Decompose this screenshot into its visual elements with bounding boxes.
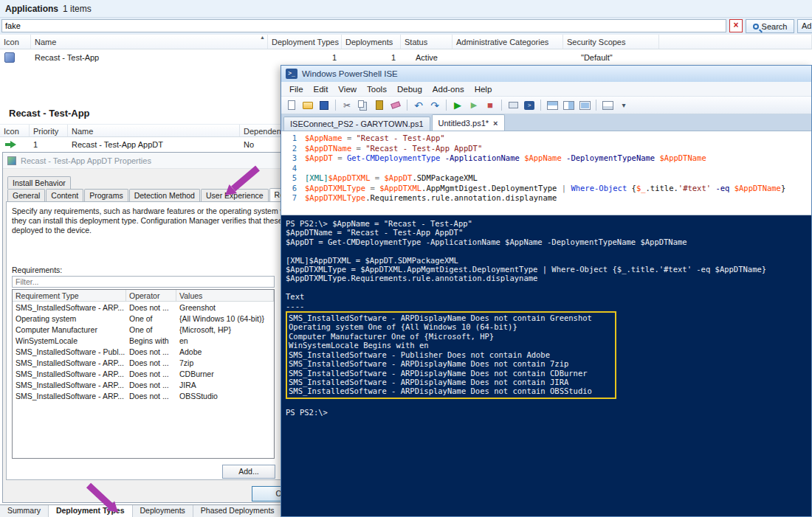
add-criteria-button[interactable]: Ad — [797, 19, 812, 33]
cut-icon[interactable] — [340, 98, 354, 113]
tab-content[interactable]: Content — [46, 189, 83, 201]
column-header-administrative-categories[interactable]: Administrative Categories — [453, 35, 563, 49]
code-line — [305, 164, 785, 174]
console-blank-line — [286, 399, 811, 408]
bottom-tab-phased-deployments[interactable]: Phased Deployments — [193, 505, 283, 517]
menu-edit[interactable]: Edit — [309, 83, 334, 95]
add-requirement-button[interactable]: Add... — [222, 465, 275, 479]
application-row[interactable]: Recast - Test-App11Active"Default" — [0, 50, 812, 65]
menu-view[interactable]: View — [333, 83, 362, 95]
menu-add-ons[interactable]: Add-ons — [427, 83, 469, 95]
tab-install-behavior[interactable]: Install Behavior — [7, 176, 71, 189]
console-output-line: SMS_InstalledSoftware - ARPDisplayName D… — [289, 359, 615, 368]
detail-column-header-name[interactable]: Name — [68, 125, 240, 136]
search-icon — [753, 24, 759, 30]
line-numbers: 1234567 — [281, 131, 300, 215]
powershell-console-pane[interactable]: PS PS2:\> $AppName = "Recast - Test-App"… — [281, 215, 811, 516]
new-remote-tab-icon[interactable] — [506, 98, 520, 113]
save-icon[interactable] — [317, 98, 331, 113]
show-script-pane-icon[interactable] — [600, 98, 615, 113]
requirement-values: Adobe — [176, 347, 274, 356]
tab-general[interactable]: General — [7, 189, 45, 201]
requirement-row[interactable]: Operating systemOne of{All Windows 10 (6… — [13, 313, 274, 324]
bottom-tab-deployments[interactable]: Deployments — [133, 505, 193, 517]
requirement-row[interactable]: SMS_InstalledSoftware - ARP...Does not .… — [13, 368, 274, 379]
requirement-row[interactable]: SMS_InstalledSoftware - ARP...Does not .… — [13, 357, 274, 368]
column-header-icon[interactable]: Icon — [0, 35, 31, 49]
clear-search-icon[interactable]: × — [729, 19, 743, 32]
start-powershell-icon[interactable]: > — [522, 98, 537, 113]
redo-icon[interactable] — [427, 98, 442, 113]
requirement-operator: Does not ... — [126, 303, 176, 312]
requirement-row[interactable]: SMS_InstalledSoftware - ARP...Does not .… — [13, 379, 274, 390]
copy-icon[interactable] — [356, 98, 371, 113]
close-tab-icon[interactable]: × — [493, 117, 498, 130]
console-output-line: SMS_InstalledSoftware - ARPDisplayName D… — [289, 378, 615, 386]
menu-file[interactable]: File — [284, 83, 309, 95]
tab-programs[interactable]: Programs — [84, 189, 128, 201]
column-header-deployment-types[interactable]: Deployment Types — [268, 35, 342, 49]
line-number: 5 — [281, 173, 297, 184]
code-line: $AppDT = Get-CMDeploymentType -Applicati… — [305, 153, 785, 164]
line-number: 1 — [281, 133, 297, 144]
detail-pane-title: Recast - Test-App — [9, 108, 90, 119]
layout-top-icon[interactable] — [545, 98, 560, 113]
script-tab-iseconnect-ps2-garytown-ps1[interactable]: ISEConnect_PS2 - GARYTOWN.ps1 — [283, 117, 430, 131]
column-header-deployments[interactable]: Deployments — [342, 35, 401, 49]
req-column-header-operator[interactable]: Operator — [126, 290, 176, 301]
requirement-row[interactable]: SMS_InstalledSoftware - ARP...Does not .… — [13, 302, 274, 313]
script-editor-pane[interactable]: 1234567 $AppName = "Recast - Test-App"$A… — [281, 131, 811, 215]
clear-console-icon[interactable] — [388, 98, 403, 113]
applications-list-header: Applications1 items — [0, 0, 812, 18]
stop-icon[interactable] — [483, 98, 498, 113]
layout-right-icon[interactable] — [561, 98, 576, 113]
requirement-row[interactable]: SMS_InstalledSoftware - ARP...Does not .… — [13, 390, 274, 401]
search-bar: × Search Ad — [0, 18, 812, 34]
requirements-tab-page: Specify any requirements, such as hardwa… — [6, 201, 316, 480]
detail-column-header-icon[interactable]: Icon — [0, 125, 30, 136]
console-line: [XML]$AppDTXML = $AppDT.SDMPackageXML — [286, 256, 811, 265]
requirement-row[interactable]: WinSystemLocaleBegins withen — [13, 335, 274, 346]
search-button[interactable]: Search — [746, 19, 794, 33]
toolbar-separator — [501, 100, 502, 111]
paste-icon[interactable] — [372, 98, 387, 113]
column-header-security-scopes[interactable]: Security Scopes — [563, 35, 659, 49]
run-script-icon[interactable] — [450, 98, 465, 113]
script-tab-untitled3-ps1[interactable]: Untitled3.ps1*× — [432, 114, 505, 131]
detail-column-header-priority[interactable]: Priority — [30, 125, 68, 136]
powershell-ise-window: >_ Windows PowerShell ISE FileEditViewTo… — [281, 65, 812, 517]
toolbar-overflow-icon[interactable] — [616, 98, 631, 113]
req-column-header-requirement-type[interactable]: Requirement Type — [13, 290, 126, 301]
tab-detection-method[interactable]: Detection Method — [129, 189, 200, 201]
ise-titlebar[interactable]: >_ Windows PowerShell ISE — [281, 66, 811, 82]
line-number: 6 — [281, 184, 297, 194]
application-icon-cell — [0, 52, 31, 63]
script-code: $AppName = "Recast - Test-App"$AppDTName… — [300, 131, 785, 215]
dialog-titlebar[interactable]: Recast - Test-App AppDT Properties — [3, 153, 319, 169]
requirement-row[interactable]: Computer ManufacturerOne of{Microsoft, H… — [13, 324, 274, 335]
menu-tools[interactable]: Tools — [362, 83, 392, 95]
column-header-status[interactable]: Status — [401, 35, 453, 49]
line-number: 7 — [281, 193, 297, 204]
menu-help[interactable]: Help — [469, 83, 498, 95]
menu-debug[interactable]: Debug — [392, 83, 427, 95]
new-script-icon[interactable] — [284, 98, 299, 113]
layout-max-icon[interactable] — [577, 98, 592, 113]
line-number: 3 — [281, 153, 297, 164]
column-header-name[interactable]: Name — [31, 35, 268, 49]
requirements-filter-input[interactable] — [12, 276, 275, 288]
deployment-type-icon-cell — [0, 140, 30, 149]
requirements-table: Requirement TypeOperatorValues SMS_Insta… — [12, 289, 275, 459]
requirement-type: SMS_InstalledSoftware - ARP... — [13, 358, 126, 367]
bottom-tab-summary[interactable]: Summary — [0, 505, 49, 517]
requirement-row[interactable]: SMS_InstalledSoftware - Publ...Does not … — [13, 346, 274, 357]
search-button-label: Search — [762, 22, 788, 31]
toolbar-separator — [446, 100, 447, 111]
search-input[interactable] — [1, 19, 726, 32]
run-selection-icon[interactable] — [467, 98, 481, 113]
undo-icon[interactable] — [411, 98, 426, 113]
req-column-header-values[interactable]: Values — [176, 290, 274, 301]
requirement-operator: Does not ... — [126, 381, 176, 389]
requirements-label: Requirements: — [12, 266, 62, 274]
open-script-icon[interactable] — [300, 98, 315, 113]
